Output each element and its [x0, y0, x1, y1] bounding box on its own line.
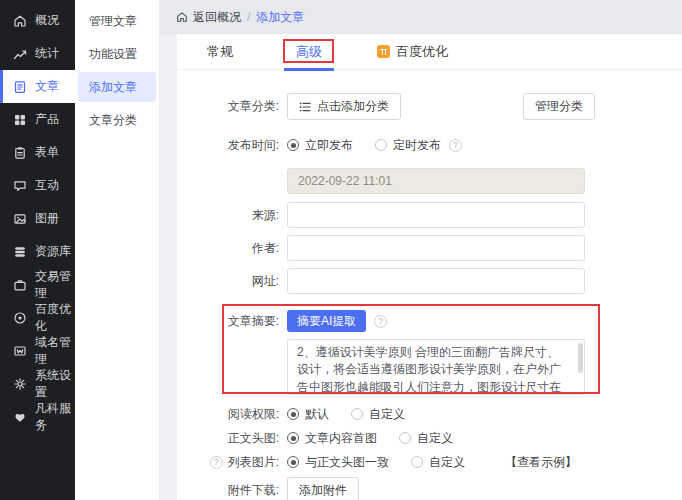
- products-icon: [13, 113, 27, 127]
- baidu-badge-icon: [377, 45, 390, 58]
- add-attachment-button[interactable]: 添加附件: [287, 477, 359, 500]
- interact-icon: [13, 179, 27, 193]
- add-attachment-label: 添加附件: [299, 482, 347, 499]
- tab-advanced[interactable]: 高级: [296, 34, 322, 70]
- radio-read-custom[interactable]: 自定义: [351, 406, 405, 423]
- sidebar-item-overview[interactable]: 概况: [0, 4, 75, 37]
- radio-publish-now[interactable]: 立即发布: [287, 137, 353, 154]
- head-image-options: 文章内容首图 自定义: [287, 430, 453, 447]
- sidebar-item-domain[interactable]: 域名管理: [0, 334, 75, 367]
- publish-datetime-row: [177, 168, 682, 194]
- breadcrumb-back-label: 返回概况: [193, 9, 241, 26]
- radio-dot: [351, 408, 363, 420]
- sidebar-item-baidu-seo[interactable]: 百度优化: [0, 301, 75, 334]
- radio-dot: [375, 139, 387, 151]
- sidebar-item-service[interactable]: 凡科服务: [0, 400, 75, 433]
- summary-textarea[interactable]: 2、遵循设计美学原则 合理的三面翻广告牌尺寸、设计，将会适当遵循图形设计美学原则…: [287, 339, 585, 395]
- author-row: 作者:: [177, 235, 682, 261]
- sidebar-item-resources[interactable]: 资源库: [0, 235, 75, 268]
- main-area: 返回概况 / 添加文章 常规 高级 百度优化: [160, 0, 682, 500]
- attachment-label: 附件下载:: [177, 482, 287, 499]
- article-advanced-form: 文章分类: 点击添加分类 管理分类 发布时间: 立即发布: [177, 70, 682, 500]
- radio-label: 自定义: [369, 406, 405, 423]
- source-input[interactable]: [287, 202, 585, 228]
- radio-label: 自定义: [429, 454, 465, 471]
- submenu-item-feature-settings[interactable]: 功能设置: [78, 39, 156, 69]
- manage-categories-label: 管理分类: [535, 98, 583, 115]
- read-permission-options: 默认 自定义: [287, 406, 405, 423]
- sidebar-item-label: 产品: [35, 111, 59, 128]
- sidebar-item-settings[interactable]: 系统设置: [0, 367, 75, 400]
- read-permission-label: 阅读权限:: [177, 406, 287, 423]
- textarea-scrollbar-thumb[interactable]: [578, 343, 583, 373]
- article-icon: [13, 80, 27, 94]
- summary-help-icon[interactable]: ?: [374, 315, 387, 328]
- radio-dot: [287, 139, 299, 151]
- sidebar-item-trade[interactable]: 交易管理: [0, 268, 75, 301]
- add-category-label: 点击添加分类: [317, 98, 389, 115]
- radio-read-default[interactable]: 默认: [287, 406, 329, 423]
- summary-row: 文章摘要: 摘要AI提取 ? 2、遵循设计美学原则 合理的三面翻广告牌尺寸、设计…: [177, 310, 682, 395]
- list-icon: [299, 101, 311, 113]
- sidebar-item-forms[interactable]: 表单: [0, 136, 75, 169]
- category-label: 文章分类:: [177, 98, 287, 115]
- radio-publish-scheduled[interactable]: 定时发布: [375, 137, 441, 154]
- radio-list-same-as-head[interactable]: 与正文头图一致: [287, 454, 389, 471]
- head-image-label: 正文头图:: [177, 430, 287, 447]
- content-card: 常规 高级 百度优化 文章分类: 点击添加分: [177, 34, 682, 500]
- secondary-sidebar: 管理文章 功能设置 添加文章 文章分类: [75, 0, 160, 500]
- publish-datetime-input[interactable]: [287, 168, 585, 194]
- radio-head-first-image[interactable]: 文章内容首图: [287, 430, 377, 447]
- tab-label: 常规: [207, 43, 233, 61]
- url-input[interactable]: [287, 268, 585, 294]
- publish-time-label: 发布时间:: [177, 137, 287, 154]
- submenu-item-article-categories[interactable]: 文章分类: [78, 105, 156, 135]
- tab-bar: 常规 高级 百度优化: [177, 34, 682, 70]
- sidebar-item-label: 域名管理: [35, 334, 75, 368]
- author-input[interactable]: [287, 235, 585, 261]
- summary-textarea-wrap: 2、遵循设计美学原则 合理的三面翻广告牌尺寸、设计，将会适当遵循图形设计美学原则…: [287, 339, 585, 395]
- summary-toolbar: 摘要AI提取 ?: [287, 310, 585, 332]
- radio-dot: [287, 408, 299, 420]
- radio-label: 立即发布: [305, 137, 353, 154]
- publish-time-options: 立即发布 定时发布: [287, 137, 441, 154]
- sidebar-item-label: 资源库: [35, 243, 71, 260]
- breadcrumb-back-link[interactable]: 返回概况: [176, 9, 241, 26]
- settings-icon: [13, 377, 27, 391]
- list-image-row: ? 列表图片: 与正文头图一致 自定义 【查看示例】: [177, 453, 682, 471]
- breadcrumb-current[interactable]: 添加文章: [256, 9, 304, 26]
- tab-general[interactable]: 常规: [207, 34, 233, 70]
- ai-extract-summary-button[interactable]: 摘要AI提取: [287, 310, 366, 332]
- sidebar-item-label: 文章: [35, 78, 59, 95]
- radio-head-custom[interactable]: 自定义: [399, 430, 453, 447]
- form-icon: [13, 146, 27, 160]
- summary-label: 文章摘要:: [177, 310, 287, 332]
- publish-time-row: 发布时间: 立即发布 定时发布 ?: [177, 136, 682, 154]
- list-image-options: 与正文头图一致 自定义: [287, 454, 465, 471]
- submenu-item-add-article[interactable]: 添加文章: [78, 72, 156, 102]
- sidebar-item-articles[interactable]: 文章: [0, 70, 75, 103]
- radio-list-custom[interactable]: 自定义: [411, 454, 465, 471]
- home-icon: [176, 11, 188, 23]
- head-image-row: 正文头图: 文章内容首图 自定义: [177, 429, 682, 447]
- resources-icon: [13, 245, 27, 259]
- sidebar-item-label: 交易管理: [35, 268, 75, 302]
- breadcrumb-separator: /: [247, 10, 250, 24]
- view-example-link[interactable]: 【查看示例】: [505, 454, 577, 471]
- publish-time-help-icon[interactable]: ?: [449, 139, 462, 152]
- sidebar-item-interaction[interactable]: 互动: [0, 169, 75, 202]
- sidebar-item-stats[interactable]: 统计: [0, 37, 75, 70]
- manage-categories-button[interactable]: 管理分类: [523, 93, 595, 120]
- radio-dot: [399, 432, 411, 444]
- submenu-item-manage-articles[interactable]: 管理文章: [78, 6, 156, 36]
- sidebar-item-products[interactable]: 产品: [0, 103, 75, 136]
- list-image-help-icon[interactable]: ?: [210, 456, 223, 469]
- add-category-button[interactable]: 点击添加分类: [287, 93, 401, 120]
- seo-icon: [13, 311, 27, 325]
- tab-baidu-seo[interactable]: 百度优化: [377, 34, 448, 70]
- source-label: 来源:: [177, 207, 287, 224]
- author-label: 作者:: [177, 240, 287, 257]
- sidebar-item-gallery[interactable]: 图册: [0, 202, 75, 235]
- breadcrumb: 返回概况 / 添加文章: [160, 0, 682, 34]
- sidebar-item-label: 百度优化: [35, 301, 75, 335]
